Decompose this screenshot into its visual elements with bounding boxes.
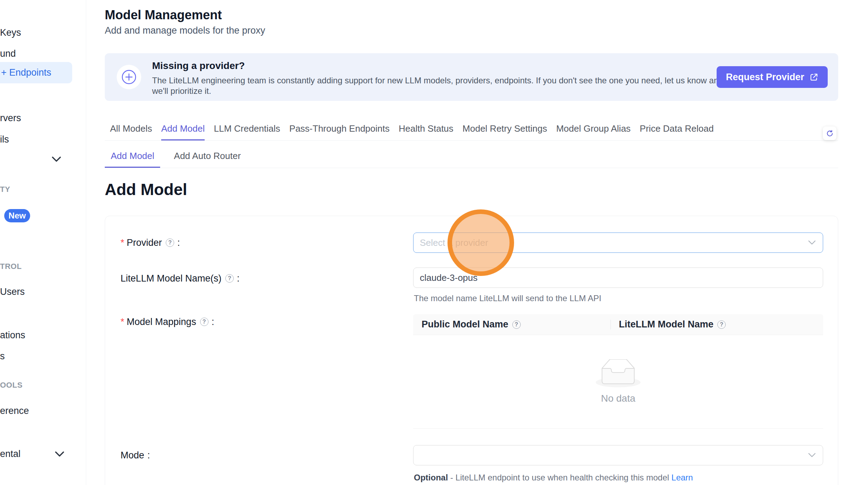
help-icon[interactable]: ? — [200, 318, 209, 326]
plus-circle-badge — [117, 65, 141, 89]
model-name-label: LiteLLM Model Name(s) ? : — [121, 271, 240, 285]
model-mappings-label: * Model Mappings ? : — [121, 315, 214, 329]
tab-health-status[interactable]: Health Status — [399, 123, 453, 140]
sidebar-item-api-reference[interactable]: erence — [0, 405, 29, 417]
sync-icon — [826, 130, 834, 137]
no-data-text: No data — [601, 393, 635, 404]
sidebar: Keys und + Endpoints rvers ils TY New TR… — [0, 0, 86, 485]
model-name-input[interactable] — [413, 268, 823, 288]
sidebar-item-guardrails[interactable]: ils — [0, 133, 9, 145]
refresh-button[interactable] — [823, 126, 836, 140]
chevron-down-icon — [808, 453, 816, 458]
add-model-form-card: * Provider ? : Select a provider LiteLLM… — [105, 216, 838, 485]
sidebar-item-label: + Endpoints — [1, 67, 51, 78]
learn-link[interactable]: Learn — [671, 473, 693, 482]
banner-text-line2: we'll prioritize it. — [152, 86, 211, 96]
sidebar-new-badge[interactable]: New — [4, 209, 30, 222]
tab-add-model[interactable]: Add Model — [161, 123, 205, 140]
model-management-tabs: All Models Add Model LLM Credentials Pas… — [105, 123, 838, 141]
mode-label: Mode : — [121, 448, 150, 462]
tab-model-group-alias[interactable]: Model Group Alias — [556, 123, 630, 140]
column-header-public-model-name: Public Model Name ? — [413, 319, 610, 330]
sidebar-item-virtual-keys[interactable]: Keys — [0, 27, 21, 39]
table-header-row: Public Model Name ? LiteLLM Model Name ? — [413, 314, 823, 335]
tab-model-retry-settings[interactable]: Model Retry Settings — [463, 123, 547, 140]
sidebar-item-label: ils — [0, 134, 9, 145]
tab-llm-credentials[interactable]: LLM Credentials — [214, 123, 280, 140]
mode-helper-bold: Optional — [414, 473, 448, 482]
sidebar-item-playground[interactable]: und — [0, 48, 16, 60]
request-provider-button[interactable]: Request Provider — [717, 66, 828, 88]
tab-all-models[interactable]: All Models — [110, 123, 152, 140]
subtab-add-auto-router[interactable]: Add Auto Router — [168, 151, 247, 168]
add-model-subtabs: Add Model Add Auto Router — [105, 151, 838, 168]
external-link-icon — [809, 72, 819, 82]
sidebar-item-mcp-servers[interactable]: rvers — [0, 112, 21, 124]
mode-helper: Optional - LiteLLM endpoint to use when … — [414, 473, 693, 483]
provider-placeholder: Select a provider — [420, 237, 488, 248]
banner-text-line1: The LiteLLM engineering team is constant… — [152, 76, 723, 85]
tab-pass-through-endpoints[interactable]: Pass-Through Endpoints — [289, 123, 390, 140]
empty-inbox-icon — [596, 359, 641, 388]
help-icon[interactable]: ? — [512, 320, 521, 329]
sidebar-item-label: s — [0, 351, 5, 362]
sidebar-section-header: TROL — [0, 262, 22, 271]
help-icon[interactable]: ? — [225, 274, 234, 283]
provider-label: * Provider ? : — [121, 236, 180, 250]
button-label: Request Provider — [726, 72, 804, 83]
app-window: Keys und + Endpoints rvers ils TY New TR… — [0, 0, 868, 485]
banner-title: Missing a provider? — [152, 60, 245, 71]
chevron-down-icon — [55, 451, 64, 457]
column-header-litellm-model-name: LiteLLM Model Name ? — [610, 319, 726, 330]
subtab-add-model[interactable]: Add Model — [105, 151, 160, 168]
sidebar-item-label: und — [0, 48, 16, 59]
sidebar-item-teams[interactable]: s — [0, 350, 5, 362]
tab-price-data-reload[interactable]: Price Data Reload — [640, 123, 714, 140]
sidebar-section-header: TY — [0, 185, 10, 194]
sidebar-item-label: ations — [0, 330, 25, 341]
column-divider — [610, 320, 611, 330]
model-mappings-table: Public Model Name ? LiteLLM Model Name ? — [413, 314, 823, 429]
sidebar-item-label: rvers — [0, 113, 21, 124]
chevron-down-icon — [808, 240, 816, 245]
badge-label: New — [8, 211, 26, 221]
mode-select[interactable] — [413, 445, 823, 465]
model-name-helper: The model name LiteLLM will send to the … — [414, 293, 601, 303]
chevron-down-icon — [52, 157, 61, 162]
sidebar-item-label: ental — [0, 449, 21, 459]
sidebar-item-models-endpoints[interactable]: + Endpoints — [0, 62, 72, 83]
page-subtitle: Add and manage models for the proxy — [105, 25, 265, 36]
sidebar-item-organizations[interactable]: ations — [0, 329, 25, 341]
missing-provider-banner: Missing a provider? The LiteLLM engineer… — [105, 53, 838, 101]
sidebar-item-internal-users[interactable]: Users — [0, 286, 25, 298]
sidebar-item-label: erence — [0, 406, 29, 416]
page-title: Model Management — [105, 8, 222, 22]
sidebar-item-label: Keys — [0, 27, 21, 38]
sidebar-item-experimental[interactable]: ental — [0, 448, 21, 460]
sidebar-item-label: Users — [0, 286, 25, 297]
provider-select[interactable]: Select a provider — [413, 233, 823, 253]
required-mark: * — [121, 237, 124, 248]
plus-circle-icon — [121, 69, 137, 85]
help-icon[interactable]: ? — [717, 320, 726, 329]
table-empty-state: No data — [413, 335, 823, 429]
sidebar-section-header: OOLS — [0, 381, 22, 390]
required-mark: * — [121, 317, 124, 327]
section-heading: Add Model — [105, 180, 187, 199]
help-icon[interactable]: ? — [166, 238, 174, 247]
